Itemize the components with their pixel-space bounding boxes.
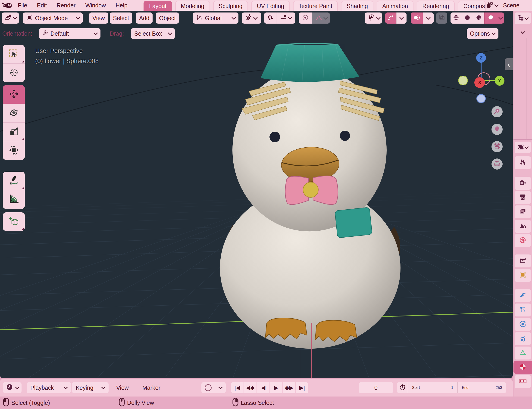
shading-material-button[interactable]	[473, 12, 484, 24]
properties-editor-type-selector[interactable]	[515, 142, 531, 153]
properties-tab-modifiers[interactable]	[515, 289, 531, 302]
proportional-edit-controls[interactable]	[299, 12, 330, 24]
sidebar-collapse-arrow[interactable]: ‹	[505, 58, 513, 70]
tool-tweak-select[interactable]	[3, 45, 25, 63]
overlays-dropdown[interactable]	[423, 12, 434, 24]
overlays-controls[interactable]	[411, 12, 434, 24]
snap-settings[interactable]	[276, 12, 295, 24]
menu-window[interactable]: Window	[85, 2, 106, 9]
transform-orientation-dropdown[interactable]: Global	[193, 12, 238, 24]
overlays-toggle[interactable]	[411, 12, 423, 24]
play-reverse-button[interactable]: ◀	[256, 382, 269, 393]
snap-controls[interactable]	[264, 12, 295, 24]
tab-compositing[interactable]: Compositing	[458, 1, 486, 11]
outliner-editor-type-selector[interactable]	[515, 12, 531, 24]
tool-cursor[interactable]	[3, 63, 25, 82]
properties-tab-texture[interactable]	[515, 375, 531, 388]
auto-keying-dropdown[interactable]	[215, 382, 226, 393]
properties-tab-world[interactable]	[515, 234, 531, 247]
current-frame-field[interactable]: 0	[359, 382, 393, 393]
shading-dropdown[interactable]	[497, 12, 504, 24]
play-button[interactable]: ▶	[269, 382, 282, 393]
properties-tab-render[interactable]	[515, 177, 531, 190]
proportional-falloff-dropdown[interactable]	[312, 12, 330, 24]
pivot-point-dropdown[interactable]	[242, 12, 261, 24]
gizmos-dropdown[interactable]	[396, 12, 407, 24]
camera-view-button[interactable]	[492, 141, 503, 152]
menu-help[interactable]: Help	[115, 2, 127, 9]
proportional-edit-toggle[interactable]	[299, 12, 312, 24]
timeline-menu-marker[interactable]: Marker	[142, 382, 161, 393]
tool-scale[interactable]	[3, 122, 25, 141]
gizmo-axis-y[interactable]: Y	[495, 76, 504, 86]
editor-type-selector[interactable]	[2, 12, 19, 24]
playback-dropdown[interactable]: Playback	[27, 382, 71, 393]
outliner-expand-chevron-icon[interactable]	[521, 30, 525, 34]
properties-tab-constraints[interactable]	[515, 332, 531, 345]
properties-tab-view-layer[interactable]	[515, 205, 531, 218]
zoom-button[interactable]	[492, 106, 503, 117]
drag-mode-dropdown[interactable]: Select Box	[131, 28, 175, 39]
orthographic-grid-button[interactable]	[492, 158, 503, 170]
start-frame-field[interactable]: Start 1	[408, 382, 457, 393]
properties-tab-object-data[interactable]	[515, 346, 531, 360]
end-frame-field[interactable]: End 250	[457, 382, 506, 393]
menu-edit[interactable]: Edit	[37, 2, 47, 9]
next-keyframe-button[interactable]: ◆▶	[282, 382, 295, 393]
use-preview-range-toggle[interactable]	[397, 382, 408, 393]
shading-wireframe-button[interactable]	[450, 12, 462, 24]
jump-to-end-button[interactable]: ▶|	[295, 382, 308, 393]
properties-tab-particles[interactable]	[515, 304, 531, 316]
properties-tab-tool[interactable]	[515, 156, 531, 169]
tool-transform[interactable]	[3, 141, 25, 160]
gizmo-axis-z[interactable]: Z	[476, 53, 486, 63]
tab-animation[interactable]: Animation	[377, 1, 413, 11]
menu-add[interactable]: Add	[136, 12, 152, 24]
mode-dropdown[interactable]: Object Mode	[23, 12, 83, 24]
properties-tab-output[interactable]	[515, 191, 531, 204]
tab-rendering[interactable]: Rendering	[417, 1, 455, 11]
properties-tab-collection[interactable]	[515, 254, 531, 267]
tool-measure[interactable]	[3, 190, 25, 209]
pan-button[interactable]	[492, 124, 503, 135]
timeline-menu-view[interactable]: View	[116, 382, 129, 393]
properties-tab-material[interactable]	[513, 361, 532, 374]
properties-tab-scene[interactable]	[515, 220, 531, 233]
properties-tab-object[interactable]	[515, 269, 531, 282]
tab-uv-editing[interactable]: UV Editing	[251, 1, 290, 11]
xray-toggle[interactable]	[436, 12, 447, 24]
timeline-editor-type-selector[interactable]	[3, 382, 21, 393]
show-hide-dropdown[interactable]	[365, 12, 382, 24]
tool-annotate[interactable]	[3, 172, 25, 190]
scene-selector[interactable]: Scene	[486, 0, 520, 11]
menu-file[interactable]: File	[18, 2, 27, 9]
viewport-3d[interactable]: Object Mode View Select Add Object	[0, 11, 513, 378]
editor-divider[interactable]	[513, 139, 532, 140]
tab-sculpting[interactable]: Sculpting	[213, 1, 248, 11]
gizmo-axis-x-neg[interactable]	[458, 76, 468, 85]
tool-rotate[interactable]	[3, 104, 25, 122]
outliner-scrollbar[interactable]	[526, 38, 526, 140]
properties-tab-physics[interactable]	[515, 318, 531, 331]
tool-add-cube[interactable]	[3, 212, 25, 231]
menu-select[interactable]: Select	[110, 12, 132, 24]
options-dropdown[interactable]: Options	[467, 28, 498, 39]
gizmo-axis-x[interactable]: X	[474, 77, 485, 88]
tab-shading[interactable]: Shading	[341, 1, 373, 11]
snap-toggle[interactable]	[264, 12, 276, 24]
tool-move[interactable]	[3, 85, 25, 104]
menu-render[interactable]: Render	[57, 2, 76, 9]
tab-modeling[interactable]: Modeling	[175, 1, 210, 11]
tab-texture-paint[interactable]: Texture Paint	[293, 1, 338, 11]
menu-view[interactable]: View	[89, 12, 108, 24]
previous-keyframe-button[interactable]: ◀◆	[244, 382, 256, 393]
keying-dropdown[interactable]: Keying	[72, 382, 109, 393]
shading-rendered-button[interactable]	[484, 12, 497, 24]
menu-object[interactable]: Object	[156, 12, 179, 24]
auto-keying-toggle[interactable]	[201, 382, 215, 393]
shading-solid-button[interactable]	[462, 12, 473, 24]
gizmos-toggle[interactable]	[385, 12, 396, 24]
orientation-dropdown[interactable]: Default	[39, 28, 100, 39]
gizmos-controls[interactable]	[385, 12, 407, 24]
jump-to-start-button[interactable]: |◀	[231, 382, 244, 393]
